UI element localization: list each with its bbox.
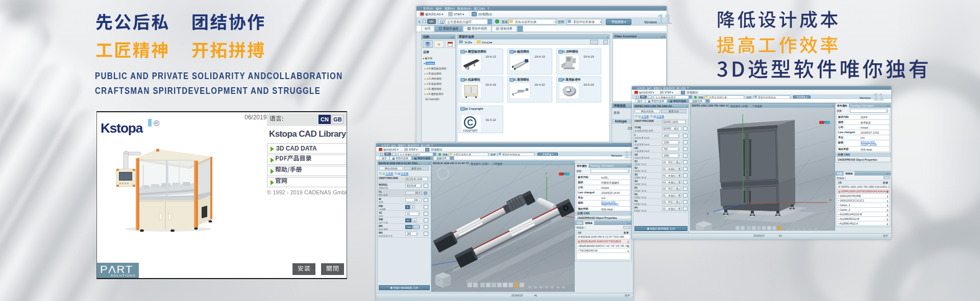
svg-text:X: X — [829, 198, 831, 202]
svg-text:C: C — [467, 118, 473, 127]
svg-text:Z: Z — [707, 212, 709, 215]
svg-text:Y: Y — [545, 172, 547, 175]
svg-text:copyright: copyright — [463, 129, 477, 133]
